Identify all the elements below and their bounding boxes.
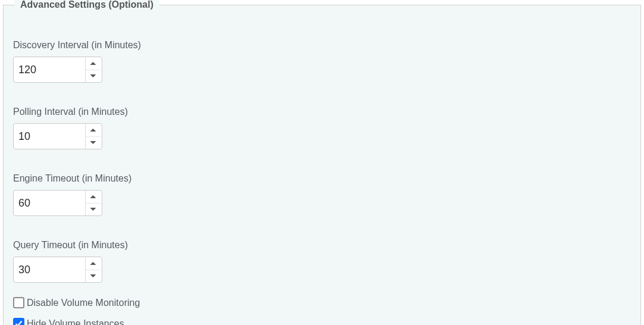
discovery-interval-spinner <box>85 57 100 82</box>
query-timeout-step-up[interactable] <box>86 257 100 270</box>
discovery-interval-group: Discovery Interval (in Minutes) <box>13 40 631 83</box>
hide-volume-instances-row: Hide Volume Instances <box>13 318 631 325</box>
disable-volume-monitoring-checkbox[interactable] <box>13 297 24 308</box>
engine-timeout-group: Engine Timeout (in Minutes) <box>13 173 631 216</box>
polling-interval-group: Polling Interval (in Minutes) <box>13 107 631 149</box>
polling-interval-step-up[interactable] <box>86 124 100 137</box>
advanced-settings-fieldset: Advanced Settings (Optional) Discovery I… <box>3 5 641 325</box>
fieldset-body: Discovery Interval (in Minutes) Polling … <box>4 5 640 325</box>
query-timeout-input-wrap <box>13 257 102 283</box>
query-timeout-group: Query Timeout (in Minutes) <box>13 240 631 283</box>
chevron-down-icon <box>90 207 96 211</box>
query-timeout-spinner <box>85 257 100 282</box>
engine-timeout-spinner <box>85 190 100 215</box>
discovery-interval-step-up[interactable] <box>86 57 100 70</box>
chevron-up-icon <box>90 195 96 199</box>
polling-interval-input[interactable] <box>14 124 85 149</box>
hide-volume-instances-label[interactable]: Hide Volume Instances <box>27 318 124 326</box>
query-timeout-label: Query Timeout (in Minutes) <box>13 240 631 251</box>
fieldset-legend: Advanced Settings (Optional) <box>14 0 159 10</box>
disable-volume-monitoring-label[interactable]: Disable Volume Monitoring <box>27 298 140 308</box>
engine-timeout-step-up[interactable] <box>86 190 100 204</box>
engine-timeout-label: Engine Timeout (in Minutes) <box>13 173 631 184</box>
discovery-interval-input-wrap <box>13 57 102 83</box>
check-icon <box>15 320 23 325</box>
engine-timeout-input-wrap <box>13 190 102 216</box>
chevron-up-icon <box>90 261 96 265</box>
query-timeout-input[interactable] <box>14 257 85 282</box>
polling-interval-step-down[interactable] <box>86 137 100 149</box>
polling-interval-spinner <box>85 124 100 149</box>
chevron-down-icon <box>90 74 96 78</box>
discovery-interval-label: Discovery Interval (in Minutes) <box>13 40 631 51</box>
chevron-down-icon <box>90 274 96 278</box>
chevron-down-icon <box>90 140 96 145</box>
discovery-interval-input[interactable] <box>14 57 85 82</box>
discovery-interval-step-down[interactable] <box>86 70 100 83</box>
chevron-up-icon <box>90 61 96 65</box>
chevron-up-icon <box>90 128 96 132</box>
engine-timeout-step-down[interactable] <box>86 204 100 216</box>
disable-volume-monitoring-row: Disable Volume Monitoring <box>13 297 631 308</box>
polling-interval-label: Polling Interval (in Minutes) <box>13 107 631 117</box>
polling-interval-input-wrap <box>13 123 102 149</box>
query-timeout-step-down[interactable] <box>86 270 100 283</box>
engine-timeout-input[interactable] <box>14 190 85 215</box>
hide-volume-instances-checkbox[interactable] <box>13 318 24 325</box>
